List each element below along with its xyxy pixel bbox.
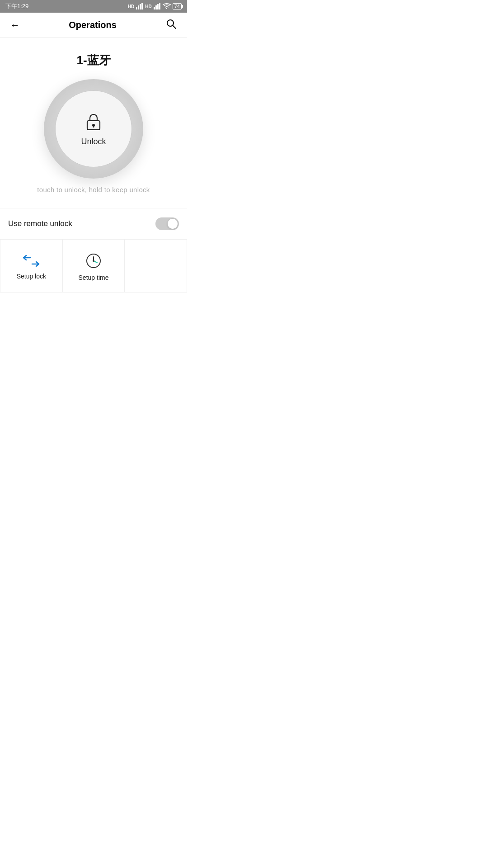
remote-unlock-toggle[interactable] — [155, 217, 179, 230]
back-button[interactable]: ← — [8, 18, 22, 33]
setup-lock-label: Setup lock — [17, 273, 46, 280]
setup-time-item[interactable]: Setup time — [63, 240, 125, 292]
setup-lock-icon — [22, 254, 40, 268]
header: ← Operations — [0, 13, 187, 38]
setup-time-label: Setup time — [79, 274, 109, 281]
setup-lock-item[interactable]: Setup lock — [0, 240, 63, 292]
status-icons: HD HD 74 — [128, 3, 182, 9]
unlock-label: Unlock — [81, 137, 106, 146]
toggle-knob — [168, 219, 178, 229]
status-time: 下午1:29 — [5, 2, 28, 10]
svg-rect-12 — [93, 125, 94, 127]
battery-indicator: 74 — [173, 3, 182, 9]
svg-line-9 — [173, 25, 176, 28]
setup-time-icon — [85, 252, 102, 269]
svg-rect-7 — [159, 3, 160, 9]
svg-rect-5 — [155, 5, 157, 9]
hd-icon: HD — [128, 4, 134, 9]
remote-unlock-row: Use remote unlock — [0, 208, 187, 239]
svg-point-16 — [93, 260, 94, 262]
status-bar: 下午1:29 HD HD 74 — [0, 0, 187, 13]
empty-grid-item — [125, 240, 187, 292]
svg-rect-6 — [157, 4, 159, 9]
wifi-icon — [163, 3, 171, 9]
device-name: 1-蓝牙 — [0, 52, 187, 68]
svg-rect-0 — [136, 7, 137, 9]
page-title: Operations — [69, 20, 117, 30]
search-button[interactable] — [164, 16, 179, 34]
unlock-hint: touch to unlock, hold to keep unlock — [0, 186, 187, 193]
svg-rect-4 — [154, 7, 155, 9]
hd2-icon: HD — [145, 4, 151, 9]
signal2-icon — [154, 3, 161, 9]
svg-rect-3 — [141, 3, 143, 9]
unlock-outer: Unlock — [44, 79, 143, 179]
svg-rect-2 — [140, 4, 141, 9]
operations-grid: Setup lock Setup time — [0, 239, 187, 292]
unlock-button[interactable]: Unlock — [55, 90, 132, 167]
remote-unlock-label: Use remote unlock — [8, 219, 72, 228]
svg-rect-1 — [138, 5, 139, 9]
lock-icon — [84, 112, 103, 133]
signal-icon — [136, 3, 143, 9]
